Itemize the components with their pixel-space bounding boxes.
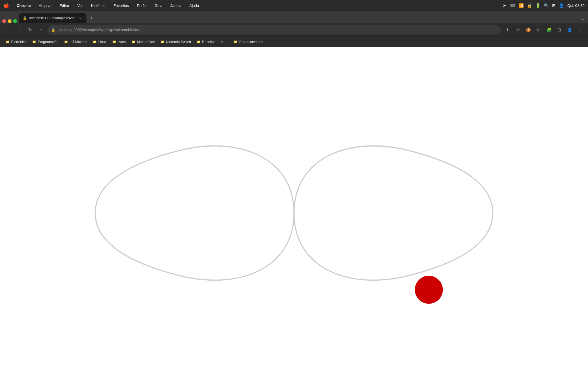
folder-icon: 📁: [6, 40, 10, 44]
menubar-janela[interactable]: Janela: [169, 3, 183, 8]
active-tab[interactable]: 🔒 localhost:3000/examples/svg/t ×: [19, 13, 86, 23]
bookmark-label: Matemática: [137, 40, 155, 44]
bookmark-nintendo-switch[interactable]: 📁 Nintendo Switch: [158, 39, 193, 45]
location-icon[interactable]: ➤: [503, 3, 506, 8]
bookmark-iotmakers[interactable]: 📁 IoT.Maker's: [62, 39, 89, 45]
url-path: :3000/examples/svg/tags/animateMotion/: [72, 28, 140, 32]
tab-title: localhost:3000/examples/svg/t: [29, 16, 76, 20]
tab-expand-button[interactable]: ⌄: [580, 15, 586, 22]
menubar-favoritos[interactable]: Favoritos: [112, 3, 130, 8]
user-icon[interactable]: 👤: [559, 3, 564, 8]
menubar-right-icons: ➤ ⌨ 📶 🔒 🔋 🔍 ⊞ 👤 Qui. 08:39: [503, 3, 585, 8]
bookmarks-divider: [228, 39, 228, 45]
close-traffic-light[interactable]: [2, 19, 6, 23]
new-tab-button[interactable]: +: [88, 14, 96, 22]
bookmark-label: Linux: [98, 40, 107, 44]
menubar-editar[interactable]: Editar: [58, 3, 71, 8]
bookmark-label: IoT.Maker's: [69, 40, 87, 44]
home-button[interactable]: ⌂: [37, 26, 45, 34]
menubar-chrome[interactable]: Chrome: [15, 3, 32, 8]
folder-icon: 📁: [160, 40, 165, 44]
address-bar[interactable]: 🔒 localhost:3000/examples/svg/tags/anima…: [48, 25, 501, 34]
bookmark-button[interactable]: ☆: [514, 26, 522, 34]
folder-icon: 📁: [64, 40, 68, 44]
page-content: [0, 47, 588, 368]
bookmark-receitas[interactable]: 📁 Receitas: [194, 39, 218, 45]
menubar-guia[interactable]: Guia: [153, 3, 164, 8]
traffic-lights: [2, 19, 17, 23]
nav-bar: ← → ↻ ⌂ 🔒 localhost:3000/examples/svg/ta…: [0, 23, 588, 37]
folder-icon: 📁: [112, 40, 116, 44]
bookmark-label: Outros favoritos: [239, 40, 263, 44]
menubar-perfis[interactable]: Perfis: [135, 3, 148, 8]
bookmark-label: Nintendo Switch: [166, 40, 191, 44]
forward-button[interactable]: →: [15, 26, 23, 34]
folder-icon: 📁: [131, 40, 136, 44]
keyboard-icon[interactable]: ⌨: [510, 3, 515, 8]
bookmark-linux[interactable]: 📁 Linux: [90, 39, 109, 45]
maximize-traffic-light[interactable]: [13, 19, 17, 23]
menu-button[interactable]: ⋮: [576, 26, 584, 34]
url-host: localhost: [58, 28, 72, 32]
bookmark-eletronica[interactable]: 📁 Eletrônica: [3, 39, 29, 45]
lock-icon: 🔒: [51, 28, 55, 32]
menubar-ajuda[interactable]: Ajuda: [188, 3, 201, 8]
bookmarks-more-button[interactable]: »: [219, 39, 226, 45]
url-display: localhost:3000/examples/svg/tags/animate…: [58, 28, 497, 32]
folder-icon: 📁: [233, 40, 237, 44]
user-profile-button[interactable]: 👤: [566, 26, 574, 34]
nav-actions: ⬆ ☆ 🍪 ⊙ 🧩 ⊡ 👤 ⋮: [504, 26, 584, 34]
menubar-ver[interactable]: Ver: [76, 3, 85, 8]
folder-icon: 📁: [32, 40, 36, 44]
battery-icon[interactable]: 🔋: [535, 3, 540, 8]
folder-icon: 📁: [197, 40, 201, 44]
menubar-historico[interactable]: Histórico: [89, 3, 107, 8]
back-button[interactable]: ←: [4, 26, 12, 34]
tab-favicon: 🔒: [23, 16, 27, 20]
extensions-button[interactable]: 🧩: [545, 26, 553, 34]
minimize-traffic-light[interactable]: [8, 19, 11, 23]
bookmarks-bar: 📁 Eletrônica 📁 Programação 📁 IoT.Maker's…: [0, 37, 588, 47]
screentime-icon[interactable]: 🔒: [527, 3, 532, 8]
animate-motion-svg: [0, 47, 588, 368]
share-button[interactable]: ⬆: [504, 26, 512, 34]
tab-bar-right: ⌄: [580, 15, 586, 23]
bookmark-label: Eletrônica: [11, 40, 26, 44]
tab-bar: 🔒 localhost:3000/examples/svg/t × + ⌄: [0, 11, 588, 23]
menubar-arquivo[interactable]: Arquivo: [37, 3, 53, 8]
infinity-path: [95, 146, 493, 280]
bookmark-matematica[interactable]: 📁 Matemática: [129, 39, 157, 45]
controlcenter-icon[interactable]: ⊞: [552, 3, 556, 8]
tab-close-button[interactable]: ×: [78, 16, 83, 21]
apple-icon[interactable]: 🍎: [3, 3, 9, 8]
folder-icon: 📁: [93, 40, 97, 44]
cookie-button[interactable]: 🍪: [524, 26, 532, 34]
reload-button[interactable]: ↻: [26, 26, 34, 34]
search-icon[interactable]: 🔍: [544, 3, 549, 8]
wifi-icon[interactable]: 📶: [519, 3, 524, 8]
chrome-window: 🔒 localhost:3000/examples/svg/t × + ⌄ ← …: [0, 11, 588, 368]
bookmark-label: Programação: [38, 40, 58, 44]
bookmark-label: livros: [118, 40, 126, 44]
bookmark-label: Receitas: [202, 40, 216, 44]
animated-circle: [381, 249, 409, 277]
split-view-button[interactable]: ⊡: [555, 26, 563, 34]
bookmark-outros-favoritos[interactable]: 📁 Outros favoritos: [231, 39, 266, 45]
profile-button[interactable]: ⊙: [535, 26, 543, 34]
menubar: 🍎 Chrome Arquivo Editar Ver Histórico Fa…: [0, 0, 588, 11]
bookmark-livros[interactable]: 📁 livros: [110, 39, 128, 45]
clock: Qui. 08:39: [567, 3, 585, 8]
bookmark-programacao[interactable]: 📁 Programação: [30, 39, 61, 45]
